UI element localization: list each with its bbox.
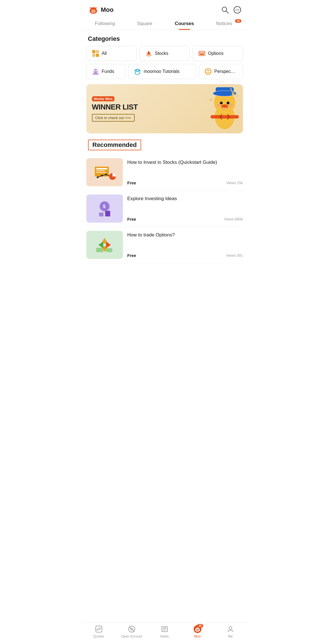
svg-rect-18 [96,54,99,57]
svg-marker-67 [98,242,103,248]
tab-square[interactable]: Square [125,17,164,30]
category-stocks-label: Stocks [155,51,168,56]
category-tutorials-label: moomoo Tutorials [144,69,179,74]
notices-badge: 16 [235,19,241,23]
categories-grid: All Stocks [82,46,247,83]
banner-tag: Weekly Wins [92,96,115,101]
category-all[interactable]: All [86,46,137,61]
banner-subtitle: Click to check out >>> [92,114,135,122]
categories-row-1: All Stocks [86,46,243,61]
svg-text:★: ★ [209,97,213,102]
svg-rect-21 [199,51,205,56]
svg-rect-64 [105,211,110,216]
svg-rect-69 [96,248,103,252]
content: Categories All [82,30,247,289]
winner-list-banner[interactable]: Weekly Wins WINNER LIST Click to check o… [86,84,243,133]
svg-marker-68 [106,242,111,248]
category-funds-label: Funds [102,69,114,74]
search-icon[interactable] [221,6,229,14]
tab-notices[interactable]: Notices 16 [204,17,244,30]
course-thumb-2: $ [86,194,123,223]
svg-point-7 [94,10,95,10]
course-item-1[interactable]: How to Invest in Stocks (Quickstart Guid… [86,154,243,191]
course-info-2: Explore Investing Ideas Free Views 6808 [127,194,243,223]
course-info-1: How to Invest in Stocks (Quickstart Guid… [127,158,243,186]
svg-rect-16 [96,50,99,53]
category-moomoo-tutorials[interactable]: moomoo Tutorials [128,64,196,79]
course-item-3[interactable]: How to trade Options? Free Views 391 [86,227,243,263]
nav-tabs: Following Square Courses Notices 16 [82,17,247,30]
svg-point-41 [227,102,229,104]
svg-point-12 [235,10,236,10]
svg-text:✦: ✦ [235,106,236,109]
perspectives-icon [204,68,212,75]
course-views-3: Views 391 [226,253,243,258]
svg-point-40 [220,102,223,104]
svg-text:★: ★ [236,94,238,97]
category-all-label: All [102,51,107,56]
logo: Moo [88,5,114,15]
course-views-1: Views 15k [226,181,243,185]
svg-rect-25 [94,73,98,75]
app-title: Moo [101,6,114,14]
course-list: How to Invest in Stocks (Quickstart Guid… [82,154,247,263]
course-thumb-1 [86,158,123,186]
banner-content: Weekly Wins WINNER LIST Click to check o… [86,90,206,127]
svg-rect-70 [106,248,112,252]
course-item-2[interactable]: $ Explore Investing Ideas Free Views 680… [86,191,243,227]
category-perspectives-label: Perspec… [214,69,235,74]
funds-icon [92,68,100,75]
moo-logo-icon [88,5,99,15]
svg-point-13 [237,10,238,10]
header-actions [221,6,241,14]
svg-rect-54 [96,172,106,173]
tab-following[interactable]: Following [85,17,125,30]
course-price-3: Free [127,253,136,258]
all-icon [92,50,100,57]
tab-courses[interactable]: Courses [164,17,204,30]
recommended-section: Recommended [82,137,247,154]
banner-title: WINNER LIST [92,103,201,111]
banner-mascot: ★ ★ ✦ [206,84,243,133]
course-meta-2: Free Views 6808 [127,217,243,222]
recommended-title: Recommended [88,140,141,150]
svg-point-39 [232,93,235,95]
svg-rect-52 [96,168,107,169]
course-price-1: Free [127,180,136,185]
message-icon[interactable] [233,6,241,14]
svg-point-30 [137,70,138,71]
course-views-2: Views 6808 [224,217,243,221]
svg-rect-17 [92,54,95,57]
svg-rect-20 [148,51,150,55]
mascot-svg: ★ ★ ✦ [208,86,242,132]
svg-point-6 [92,10,93,10]
category-perspectives[interactable]: Perspec… [199,64,243,79]
svg-point-43 [217,103,220,107]
course-thumb-3 [86,231,123,259]
svg-line-10 [226,11,228,13]
svg-point-14 [238,10,239,10]
categories-title: Categories [82,30,247,46]
category-funds[interactable]: Funds [86,64,126,79]
options-icon [198,50,206,57]
category-options[interactable]: Options [193,46,243,61]
category-options-label: Options [208,51,224,56]
svg-rect-23 [200,54,204,55]
stocks-icon [145,50,153,57]
category-stocks[interactable]: Stocks [139,46,190,61]
course-price-2: Free [127,217,136,222]
course-title-3: How to trade Options? [127,232,243,238]
course-meta-3: Free Views 391 [127,253,243,258]
svg-point-44 [229,103,233,107]
svg-text:$: $ [103,204,105,209]
svg-line-29 [98,73,98,74]
course-title-1: How to Invest in Stocks (Quickstart Guid… [127,159,243,166]
svg-rect-63 [99,213,103,216]
course-title-2: Explore Investing Ideas [127,196,243,202]
svg-point-27 [96,70,97,71]
tutorials-icon [134,68,141,75]
svg-rect-45 [211,115,239,118]
course-info-3: How to trade Options? Free Views 391 [127,231,243,259]
svg-line-28 [93,73,94,74]
categories-row-2: Funds moomoo Tutorials [86,64,243,79]
